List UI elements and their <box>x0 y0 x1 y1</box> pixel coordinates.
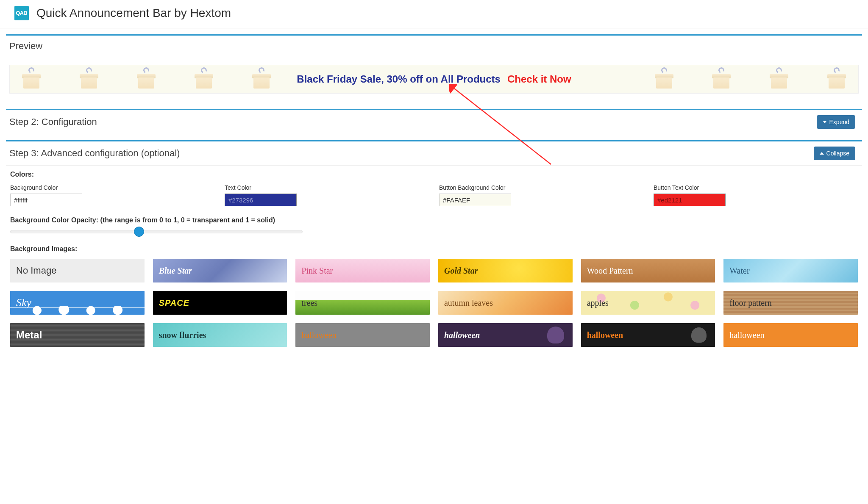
expend-label: Expend <box>829 119 849 125</box>
gift-icon <box>192 69 215 89</box>
preview-body: Black Friday Sale, 30% off on All Produc… <box>6 57 862 103</box>
opacity-group: Background Color Opacity: (the range is … <box>10 216 858 233</box>
gift-icon <box>250 69 273 89</box>
collapse-label: Collapse <box>826 150 849 157</box>
bg-color-input[interactable] <box>10 194 82 206</box>
gift-icon <box>135 69 158 89</box>
btn-bg-color-group: Button Background Color <box>439 184 643 206</box>
bg-tile-metal[interactable]: Metal <box>10 323 145 347</box>
opacity-label: Background Color Opacity: (the range is … <box>10 216 858 224</box>
bg-tile-floor-pattern[interactable]: floor pattern <box>723 291 858 315</box>
bg-color-label: Background Color <box>10 184 214 191</box>
images-heading: Background Images: <box>10 245 858 253</box>
bg-tile-space[interactable]: SPACE <box>153 291 287 315</box>
step3-content: Colors: Background Color Text Color Butt… <box>6 166 862 355</box>
preview-title: Preview <box>9 41 42 52</box>
btn-bg-color-input[interactable] <box>439 194 511 206</box>
colors-heading: Colors: <box>10 171 858 178</box>
bg-tile-wood-pattern[interactable]: Wood Pattern <box>581 259 715 282</box>
step2-section: Step 2: Configuration Expend <box>6 109 862 134</box>
opacity-slider[interactable] <box>10 230 303 233</box>
announcement-cta[interactable]: Check it Now <box>507 73 571 85</box>
bg-tile-gold-star[interactable]: Gold Star <box>438 259 573 282</box>
colors-row: Background Color Text Color Button Backg… <box>10 184 858 206</box>
bg-tile-trees[interactable]: trees <box>295 291 430 315</box>
gift-icon <box>20 69 43 89</box>
gift-icon <box>710 69 733 89</box>
slider-thumb[interactable] <box>134 227 144 237</box>
chevron-down-icon <box>823 121 827 123</box>
bg-tile-halloween-purple[interactable]: halloween <box>438 323 573 347</box>
btn-bg-color-label: Button Background Color <box>439 184 643 191</box>
btn-text-color-label: Button Text Color <box>654 184 858 191</box>
bg-tile-halloween-black[interactable]: halloween <box>581 323 715 347</box>
btn-text-color-group: Button Text Color <box>654 184 858 206</box>
collapse-button[interactable]: Collapse <box>814 147 855 160</box>
gift-icon <box>653 69 676 89</box>
btn-text-color-input[interactable] <box>654 194 726 206</box>
chevron-up-icon <box>820 152 824 155</box>
bg-tile-no-image[interactable]: No Image <box>10 259 145 282</box>
step2-header: Step 2: Configuration Expend <box>6 110 862 134</box>
bg-color-group: Background Color <box>10 184 214 206</box>
expend-button[interactable]: Expend <box>817 115 855 129</box>
bg-tile-halloween-grey[interactable]: halloween <box>295 323 430 347</box>
bg-tile-pink-star[interactable]: Pink Star <box>295 259 430 282</box>
app-logo: QAB <box>14 6 29 20</box>
bg-tile-sky[interactable]: Sky <box>10 291 145 315</box>
bg-tile-snow-flurries[interactable]: snow flurries <box>153 323 287 347</box>
bg-tile-autumn-leaves[interactable]: autumn leaves <box>438 291 573 315</box>
preview-header: Preview <box>6 36 862 57</box>
bg-tile-halloween-orange[interactable]: halloween <box>723 323 858 347</box>
text-color-label: Text Color <box>225 184 429 191</box>
step3-section: Step 3: Advanced configuration (optional… <box>6 140 862 355</box>
gift-icon <box>78 69 100 89</box>
bg-tile-blue-star[interactable]: Blue Star <box>153 259 287 282</box>
text-color-input[interactable] <box>225 194 297 206</box>
app-header: QAB Quick Announcement Bar by Hextom <box>0 0 868 28</box>
app-title: Quick Announcement Bar by Hextom <box>36 6 231 20</box>
gift-icon <box>768 69 790 89</box>
preview-section: Preview Black Friday Sale, 30% off <box>6 34 862 103</box>
logo-text: QAB <box>16 10 28 16</box>
text-color-group: Text Color <box>225 184 429 206</box>
announcement-text: Black Friday Sale, 30% off on All Produc… <box>297 73 501 85</box>
announcement-bar: Black Friday Sale, 30% off on All Produc… <box>9 65 859 94</box>
background-images-grid: No Image Blue Star Pink Star Gold Star W… <box>10 259 858 347</box>
step2-title: Step 2: Configuration <box>9 116 97 127</box>
step3-header: Step 3: Advanced configuration (optional… <box>6 141 862 166</box>
gift-icon <box>825 69 848 89</box>
bg-tile-water[interactable]: Water <box>723 259 858 282</box>
step3-title: Step 3: Advanced configuration (optional… <box>9 148 180 159</box>
bg-tile-apples[interactable]: apples <box>581 291 715 315</box>
